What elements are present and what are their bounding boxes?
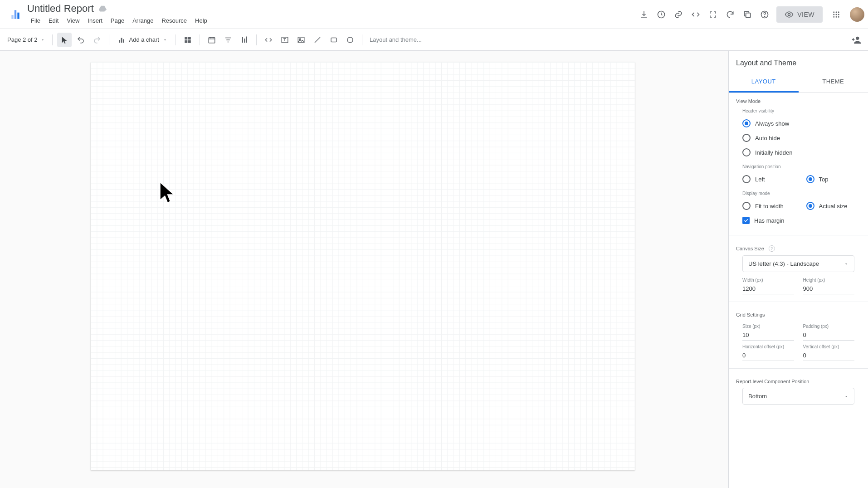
embed-icon[interactable] <box>690 9 701 20</box>
radio-label: Initially hidden <box>755 149 792 156</box>
radio-initially-hidden[interactable]: Initially hidden <box>736 145 861 160</box>
radio-label: Left <box>755 176 765 183</box>
radio-auto-hide[interactable]: Auto hide <box>736 131 861 145</box>
chevron-down-icon <box>844 394 848 399</box>
layout-theme-hint[interactable]: Layout and theme... <box>370 36 422 43</box>
view-mode-title: View Mode <box>736 98 861 104</box>
grid-voff-input[interactable] <box>803 349 855 361</box>
history-icon[interactable] <box>656 9 667 20</box>
canvas-preset-select[interactable]: US letter (4:3) - Landscape <box>742 255 854 272</box>
tab-layout[interactable]: LAYOUT <box>729 72 799 93</box>
svg-rect-22 <box>185 40 187 43</box>
grid-padding-input[interactable] <box>803 329 855 341</box>
svg-rect-2 <box>11 15 13 19</box>
separator <box>52 34 53 45</box>
view-button-label: VIEW <box>797 11 814 18</box>
title-block: Untitled Report File Edit View Insert Pa… <box>27 3 639 26</box>
menu-file[interactable]: File <box>27 15 44 26</box>
radio-label: Top <box>819 176 829 183</box>
panel-title: Layout and Theme <box>729 51 868 72</box>
separator <box>256 34 257 45</box>
url-embed-icon[interactable] <box>261 33 276 47</box>
svg-rect-27 <box>246 36 247 43</box>
check-icon <box>742 217 750 224</box>
main-area: Layout and Theme LAYOUT THEME View Mode … <box>0 51 868 488</box>
page-selector[interactable]: Page 2 of 2 <box>5 34 48 45</box>
report-level-select[interactable]: Bottom <box>742 388 854 405</box>
help-icon[interactable]: ? <box>769 245 775 252</box>
add-people-icon[interactable] <box>849 33 863 47</box>
add-chart-button[interactable]: Add a chart <box>114 34 171 46</box>
radio-nav-top[interactable]: Top <box>806 172 861 186</box>
radio-always-show[interactable]: Always show <box>736 116 861 131</box>
svg-rect-25 <box>242 37 243 43</box>
filter-control-icon[interactable] <box>221 33 235 47</box>
divider <box>729 235 868 235</box>
separator <box>109 34 109 45</box>
grid-title: Grid Settings <box>736 312 861 317</box>
image-icon[interactable] <box>294 33 308 47</box>
redo-button[interactable] <box>90 33 104 47</box>
menu-insert[interactable]: Insert <box>84 15 106 26</box>
svg-point-14 <box>833 16 834 17</box>
radio-actual-size[interactable]: Actual size <box>806 199 861 213</box>
select-value: US letter (4:3) - Landscape <box>748 260 819 267</box>
canvas-area[interactable] <box>0 51 728 488</box>
width-label: Width (px) <box>742 278 794 283</box>
community-viz-icon[interactable] <box>180 33 195 47</box>
rectangle-icon[interactable] <box>327 33 341 47</box>
canvas-size-title: Canvas Size <box>736 246 764 251</box>
radio-fit-width[interactable]: Fit to width <box>742 199 797 213</box>
radio-nav-left[interactable]: Left <box>742 172 797 186</box>
divider <box>729 368 868 369</box>
undo-button[interactable] <box>73 33 88 47</box>
download-icon[interactable] <box>639 9 649 20</box>
width-input[interactable] <box>742 283 794 294</box>
apps-grid-icon[interactable] <box>829 7 844 22</box>
svg-point-6 <box>765 16 765 16</box>
view-button[interactable]: VIEW <box>776 6 823 23</box>
copy-icon[interactable] <box>742 9 753 20</box>
svg-point-8 <box>833 11 834 13</box>
grid-hoff-input[interactable] <box>742 349 794 361</box>
section-report-level: Report-level Component Position Bottom <box>729 373 868 409</box>
drive-icon <box>98 5 107 13</box>
menu-view[interactable]: View <box>63 15 83 26</box>
circle-icon[interactable] <box>343 33 357 47</box>
page-label: Page 2 of 2 <box>7 36 38 43</box>
grid-size-input[interactable] <box>742 329 794 341</box>
menu-resource[interactable]: Resource <box>158 15 190 26</box>
svg-rect-26 <box>244 39 245 43</box>
svg-rect-1 <box>17 12 19 19</box>
select-tool[interactable] <box>57 33 72 47</box>
refresh-icon[interactable] <box>725 9 736 20</box>
separator <box>176 34 176 45</box>
checkbox-has-margin[interactable]: Has margin <box>736 213 861 228</box>
toolbar: Page 2 of 2 Add a chart Layout and theme… <box>0 29 868 51</box>
section-canvas-size: Canvas Size ? US letter (4:3) - Landscap… <box>729 240 868 297</box>
height-input[interactable] <box>803 283 855 294</box>
data-control-icon[interactable] <box>237 33 252 47</box>
select-value: Bottom <box>748 393 767 400</box>
document-title[interactable]: Untitled Report <box>27 3 94 15</box>
help-icon[interactable] <box>759 9 770 20</box>
panel-tabs: LAYOUT THEME <box>729 72 868 93</box>
svg-point-15 <box>836 16 837 17</box>
menu-page[interactable]: Page <box>107 15 128 26</box>
svg-rect-29 <box>298 37 304 43</box>
line-icon[interactable] <box>310 33 325 47</box>
menu-help[interactable]: Help <box>191 15 211 26</box>
fullscreen-icon[interactable] <box>707 9 718 20</box>
menu-edit[interactable]: Edit <box>45 15 62 26</box>
account-avatar[interactable] <box>850 7 864 22</box>
report-canvas[interactable] <box>91 62 635 470</box>
menu-arrange[interactable]: Arrange <box>129 15 157 26</box>
link-icon[interactable] <box>673 9 684 20</box>
tab-theme[interactable]: THEME <box>799 72 868 93</box>
svg-rect-18 <box>121 38 122 43</box>
app-logo <box>7 6 24 23</box>
header-actions: VIEW <box>639 6 864 23</box>
date-range-icon[interactable] <box>205 33 219 47</box>
radio-label: Auto hide <box>755 135 780 142</box>
text-icon[interactable] <box>278 33 292 47</box>
